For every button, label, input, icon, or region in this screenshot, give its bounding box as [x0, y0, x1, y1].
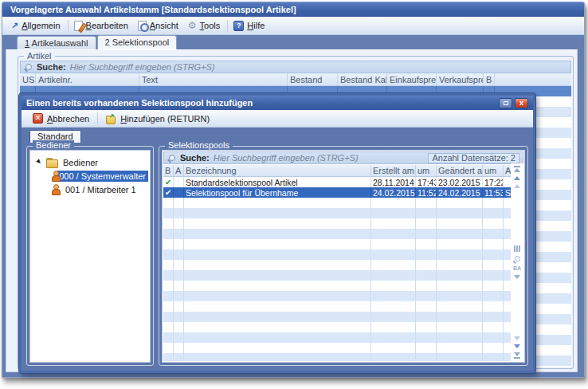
col-header-erstellt-am[interactable]: Erstellt am — [371, 165, 416, 176]
restore-icon[interactable] — [499, 98, 512, 108]
dialog-content: Standard Bediener ▶ Bediener — [22, 128, 533, 371]
col-header-bestand-kalk[interactable]: Bestand Kalk. — [338, 73, 387, 85]
cancel-button[interactable]: ✕ Abbrechen — [28, 112, 94, 125]
record-count-badge: Anzahl Datensätze: 2 — [428, 153, 519, 163]
menu-hilfe[interactable]: ? Hilfe — [229, 19, 270, 33]
cancel-x-icon: ✕ — [33, 113, 43, 124]
next-record-icon[interactable] — [514, 344, 520, 348]
folder-icon — [46, 158, 57, 167]
artikel-group-label: Artikel — [24, 51, 55, 61]
arrow-up-right-icon: ↗ — [11, 21, 18, 31]
col-header-bezeichnung[interactable]: Bezeichnung — [184, 165, 371, 176]
pools-grid-header: B A Bezeichnung Erstellt am um Geändert … — [163, 165, 517, 177]
col-header-geaendert-um[interactable]: um — [483, 165, 504, 176]
tab-label: 2 Selektionspool — [105, 37, 170, 47]
dialog-panels: Bediener ▶ Bediener 000 / Systemverwalte… — [26, 143, 528, 366]
table-row-selected[interactable]: ✔ Selektionspool für Übernhame 24.02.201… — [163, 187, 517, 198]
menubar: ↗ Allgemein Bearbeiten Ansicht ⚙ Tools ?… — [2, 17, 584, 35]
add-label: Hinzufügen (RETURN) — [120, 114, 210, 124]
window-title: Vorgelagerte Auswahl Artikelstamm [Stand… — [10, 5, 296, 14]
cell-geaendert-am: 24.02.2015 /Di — [437, 187, 483, 198]
menu-allgemein[interactable]: ↗ Allgemein — [7, 19, 66, 33]
main-tabstrip: 1 Artikelauswahl 2 Selektionspool — [2, 35, 584, 49]
add-button[interactable]: Hinzufügen (RETURN) — [101, 112, 214, 125]
pools-search-bar[interactable]: Suche: Hier Suchbegriff eingeben (STRG+S… — [163, 151, 523, 164]
user-icon — [51, 171, 53, 181]
main-titlebar: Vorgelagerte Auswahl Artikelstamm [Stand… — [2, 2, 584, 17]
bediener-tree: ▶ Bediener 000 / Systemverwalter 001 / M… — [30, 151, 150, 201]
edit-page-icon — [74, 21, 83, 31]
table-row[interactable]: ✔ Standardselektionspool Artikel 28.11.2… — [163, 177, 517, 187]
pools-empty-rows-area[interactable] — [163, 198, 517, 361]
check-icon: ✔ — [165, 189, 171, 197]
artikel-search-placeholder: Hier Suchbegriff eingeben (STRG+S) — [70, 62, 215, 72]
tree-node-mitarbeiter-1[interactable]: 001 / Mitarbeiter 1 — [32, 183, 148, 196]
search-icon[interactable] — [515, 256, 520, 261]
search-icon — [24, 63, 33, 72]
dialog-title: Einen bereits vorhandenen Selektionspool… — [26, 98, 496, 108]
menu-separator — [68, 20, 69, 32]
cell-bezeichnung: Selektionspool für Übernhame — [184, 187, 371, 198]
tree-node-bediener[interactable]: ▶ Bediener — [32, 155, 148, 169]
cell-geaendert-um: 17:22 — [483, 177, 504, 187]
col-header-artikelnr[interactable]: Artikelnr. — [36, 73, 139, 85]
col-header-filler — [495, 73, 571, 85]
col-header-verkaufspreis[interactable]: Verkaufspreis — [437, 73, 484, 85]
close-icon[interactable]: x — [515, 98, 528, 108]
dialog-titlebar: Einen bereits vorhandenen Selektionspool… — [22, 96, 533, 110]
filter-icon[interactable] — [514, 275, 520, 279]
col-header-einkaufspreis[interactable]: Einkaufspreis — [387, 73, 437, 85]
cell-geaendert-am: 23.02.2015 /Mo — [437, 177, 483, 187]
dialog-toolbar: ✕ Abbrechen Hinzufügen (RETURN) — [22, 110, 533, 128]
search-label: Suche: — [180, 153, 210, 163]
col-header-bestand[interactable]: Bestand — [288, 73, 338, 85]
tree-root-label: Bediener — [61, 157, 100, 168]
menu-ansicht[interactable]: Ansicht — [134, 19, 184, 33]
cell-bezeichnung: Standardselektionspool Artikel — [184, 177, 371, 187]
scroll-down-icon[interactable] — [514, 336, 520, 340]
tab-artikelauswahl[interactable]: 1 Artikelauswahl — [17, 36, 96, 49]
cell-erstellt-um: 11:52 — [416, 187, 437, 198]
col-header-geaendert-am[interactable]: Geändert am — [437, 165, 483, 176]
bediener-group-label: Bediener — [33, 140, 74, 150]
col-header-text[interactable]: Text — [139, 73, 288, 85]
search-icon — [167, 154, 176, 163]
col-header-b[interactable]: B — [163, 165, 174, 176]
pools-grid: B A Bezeichnung Erstellt am um Geändert … — [163, 165, 517, 361]
col-header-a[interactable]: A — [174, 165, 184, 176]
toolbar-separator — [97, 112, 98, 124]
go-first-icon[interactable] — [514, 166, 520, 172]
bediener-groupbox: Bediener ▶ Bediener 000 / Systemverwalte… — [26, 146, 154, 366]
menu-label: Hilfe — [247, 21, 265, 30]
columns-icon[interactable] — [514, 246, 520, 252]
search-label: Suche: — [37, 62, 66, 72]
col-header-us[interactable]: US — [20, 73, 36, 85]
cancel-label: Abbrechen — [47, 114, 89, 124]
menu-tools[interactable]: ⚙ Tools — [184, 19, 225, 32]
add-selektionspool-dialog: Einen bereits vorhandenen Selektionspool… — [19, 93, 535, 373]
help-icon: ? — [233, 21, 244, 31]
tab-selektionspool[interactable]: 2 Selektionspool — [97, 35, 178, 49]
menu-label: Bearbeiten — [86, 21, 128, 30]
col-header-erstellt-um[interactable]: um — [416, 165, 437, 176]
artikel-table-header: US Artikelnr. Text Bestand Bestand Kalk.… — [20, 73, 571, 86]
cell-erstellt-am: 24.02.2015 /Di — [371, 187, 416, 198]
scroll-up-icon[interactable] — [514, 184, 520, 188]
add-icon — [106, 114, 116, 124]
artikel-search-bar[interactable]: Suche: Hier Suchbegriff eingeben (STRG+S… — [20, 61, 571, 73]
menu-bearbeiten[interactable]: Bearbeiten — [70, 19, 134, 33]
user-icon — [51, 184, 60, 194]
go-last-icon[interactable] — [514, 352, 520, 359]
cell-geaendert-um: 11:53 — [483, 187, 504, 198]
cell-erstellt-am: 28.11.2014 /Fr — [371, 177, 416, 187]
menu-label: Ansicht — [150, 21, 178, 30]
tree-expander-icon[interactable]: ▶ — [35, 158, 44, 167]
tree-item-label: 000 / Systemverwalter — [57, 171, 148, 182]
selektionspools-panel: Suche: Hier Suchbegriff eingeben (STRG+S… — [162, 150, 525, 363]
tree-node-systemverwalter[interactable]: 000 / Systemverwalter — [32, 169, 148, 183]
sort-icon[interactable]: BA — [513, 265, 521, 271]
col-header-b[interactable]: B — [484, 73, 495, 85]
dialog-tabstrip: Standard — [26, 129, 528, 143]
previous-record-icon[interactable] — [514, 176, 520, 180]
cell-erstellt-um: 17:43 — [416, 177, 437, 187]
